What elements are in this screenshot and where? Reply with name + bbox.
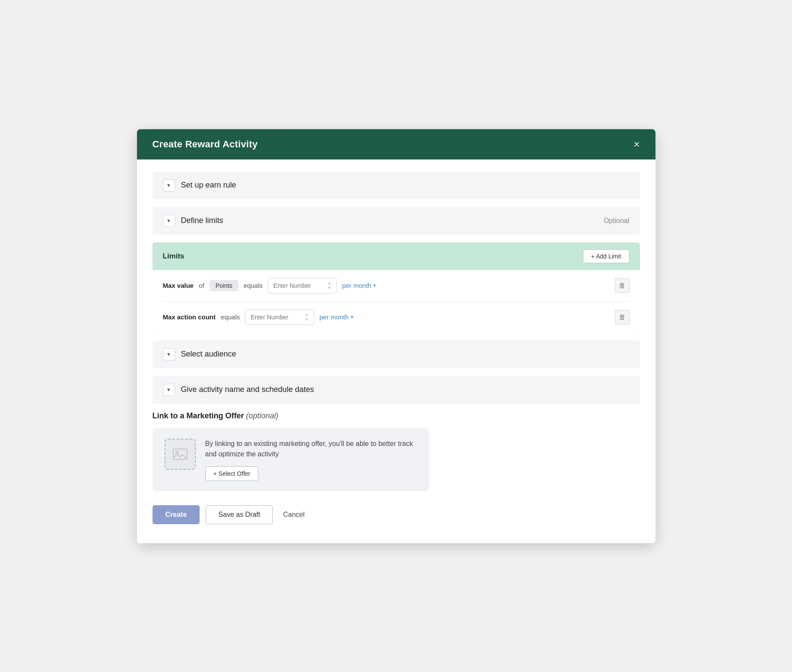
chevron-down-icon: ▾	[167, 217, 170, 224]
select-offer-button[interactable]: + Select Offer	[205, 466, 259, 481]
limits-header: Limits + Add Limit	[153, 242, 640, 270]
trash-icon: 🗑	[619, 282, 626, 290]
create-button[interactable]: Create	[153, 505, 200, 524]
points-badge: Points	[210, 280, 239, 291]
earn-rule-title: Set up earn rule	[181, 181, 236, 190]
svg-point-1	[176, 451, 178, 454]
define-limits-header: ▾ Define limits Optional	[153, 207, 640, 235]
chevron-down-icon-4: ▾	[167, 386, 170, 393]
add-limit-label: + Add Limit	[591, 253, 621, 260]
per-month-label: per month	[342, 282, 372, 289]
caret-down-icon-2: ▾	[351, 314, 353, 320]
select-audience-header: ▾ Select audience	[153, 341, 640, 368]
per-month-label-2: per month	[319, 313, 349, 321]
number-spinner: ▲ ▼	[328, 281, 331, 290]
offer-card: By linking to an existing marketing offe…	[153, 428, 429, 491]
max-action-delete-button[interactable]: 🗑	[615, 310, 630, 325]
earn-rule-toggle[interactable]: ▾	[163, 179, 175, 191]
save-draft-button[interactable]: Save as Draft	[206, 505, 273, 524]
define-limits-title: Define limits	[181, 216, 223, 225]
max-action-row: Max action count equals ▲ ▼ per month ▾	[163, 302, 630, 333]
marketing-offer-section: Link to a Marketing Offer (optional) By …	[153, 411, 640, 491]
offer-text-block: By linking to an existing marketing offe…	[205, 439, 417, 481]
select-audience-section: ▾ Select audience	[153, 341, 640, 368]
schedule-toggle[interactable]: ▾	[163, 384, 175, 396]
select-offer-label: + Select Offer	[213, 470, 251, 477]
chevron-down-icon: ▾	[167, 182, 170, 188]
add-limit-button[interactable]: + Add Limit	[583, 249, 630, 263]
limits-title: Limits	[163, 252, 184, 261]
select-audience-title: Select audience	[181, 350, 236, 359]
modal-footer: Create Save as Draft Cancel	[153, 505, 640, 528]
max-action-input[interactable]	[251, 314, 303, 321]
close-button[interactable]: ×	[633, 139, 639, 150]
svg-rect-0	[173, 449, 187, 459]
select-audience-toggle[interactable]: ▾	[163, 348, 175, 360]
max-value-label: Max value	[163, 282, 194, 289]
number-spinner-2: ▲ ▼	[305, 313, 309, 322]
max-action-label: Max action count	[163, 313, 216, 321]
max-action-input-wrapper: ▲ ▼	[245, 309, 314, 325]
cancel-button[interactable]: Cancel	[279, 506, 309, 524]
max-value-input[interactable]	[274, 282, 326, 289]
earn-rule-section: ▾ Set up earn rule	[153, 172, 640, 199]
modal-title: Create Reward Activity	[153, 139, 258, 150]
offer-description: By linking to an existing marketing offe…	[205, 439, 417, 459]
marketing-offer-title: Link to a Marketing Offer (optional)	[153, 411, 640, 420]
modal-body: ▾ Set up earn rule ▾ Define limits Optio…	[137, 159, 655, 543]
offer-icon-placeholder	[165, 439, 196, 470]
max-value-equals: equals	[244, 282, 263, 289]
max-value-per-month-dropdown[interactable]: per month ▾	[342, 282, 376, 289]
chevron-down-icon-3: ▾	[167, 351, 170, 357]
define-limits-section: ▾ Define limits Optional	[153, 207, 640, 235]
define-limits-toggle[interactable]: ▾	[163, 215, 175, 227]
limits-card: Limits + Add Limit Max value of Points e…	[153, 242, 640, 333]
define-limits-optional: Optional	[604, 217, 630, 225]
limits-body: Max value of Points equals ▲ ▼ per month…	[153, 270, 640, 333]
max-action-per-month-dropdown[interactable]: per month ▾	[319, 313, 353, 321]
max-value-of: of	[199, 282, 204, 289]
caret-down-icon: ▾	[373, 283, 376, 288]
trash-icon-2: 🗑	[619, 313, 626, 321]
max-value-input-wrapper: ▲ ▼	[268, 278, 337, 293]
schedule-section: ▾ Give activity name and schedule dates	[153, 376, 640, 404]
schedule-header: ▾ Give activity name and schedule dates	[153, 376, 640, 404]
max-value-delete-button[interactable]: 🗑	[615, 278, 630, 293]
modal-header: Create Reward Activity ×	[137, 129, 655, 159]
max-value-row: Max value of Points equals ▲ ▼ per month…	[163, 270, 630, 302]
image-placeholder-icon	[172, 446, 188, 462]
max-action-equals: equals	[221, 313, 240, 321]
create-reward-modal: Create Reward Activity × ▾ Set up earn r…	[137, 129, 655, 543]
schedule-title: Give activity name and schedule dates	[181, 385, 314, 394]
earn-rule-header: ▾ Set up earn rule	[153, 172, 640, 199]
